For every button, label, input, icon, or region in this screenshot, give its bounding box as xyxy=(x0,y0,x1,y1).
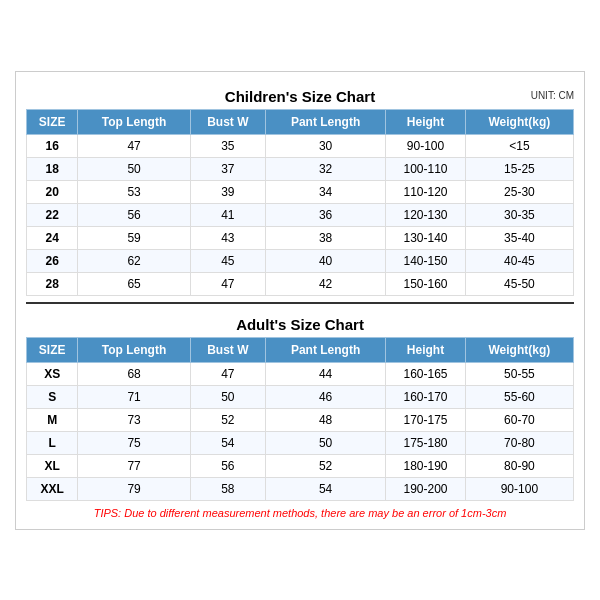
table-cell: 24 xyxy=(27,226,78,249)
table-cell: 170-175 xyxy=(386,408,465,431)
children-header-row: SIZE Top Length Bust W Pant Length Heigh… xyxy=(27,109,574,134)
table-cell: 30 xyxy=(265,134,385,157)
table-cell: 15-25 xyxy=(465,157,573,180)
col-pant-length-header: Pant Length xyxy=(265,109,385,134)
children-section-title: Children's Size Chart UNIT: CM xyxy=(26,82,574,109)
table-cell: 50 xyxy=(190,385,265,408)
table-row: XS684744160-16550-55 xyxy=(27,362,574,385)
col-height-header: Height xyxy=(386,109,465,134)
table-cell: 18 xyxy=(27,157,78,180)
table-cell: 44 xyxy=(265,362,385,385)
table-cell: 41 xyxy=(190,203,265,226)
table-cell: 16 xyxy=(27,134,78,157)
children-size-table: SIZE Top Length Bust W Pant Length Heigh… xyxy=(26,109,574,296)
table-cell: 35 xyxy=(190,134,265,157)
table-cell: 77 xyxy=(78,454,191,477)
table-cell: 47 xyxy=(78,134,191,157)
col-size-header: SIZE xyxy=(27,109,78,134)
table-cell: L xyxy=(27,431,78,454)
table-row: M735248170-17560-70 xyxy=(27,408,574,431)
table-cell: 60-70 xyxy=(465,408,573,431)
table-cell: 45 xyxy=(190,249,265,272)
table-cell: XXL xyxy=(27,477,78,500)
table-cell: 35-40 xyxy=(465,226,573,249)
table-cell: 36 xyxy=(265,203,385,226)
size-chart-container: Children's Size Chart UNIT: CM SIZE Top … xyxy=(15,71,585,530)
table-row: 28654742150-16045-50 xyxy=(27,272,574,295)
col-weight-header: Weight(kg) xyxy=(465,109,573,134)
table-cell: 56 xyxy=(78,203,191,226)
table-cell: XL xyxy=(27,454,78,477)
table-cell: 65 xyxy=(78,272,191,295)
table-cell: 54 xyxy=(265,477,385,500)
table-cell: 190-200 xyxy=(386,477,465,500)
table-cell: 39 xyxy=(190,180,265,203)
table-cell: 110-120 xyxy=(386,180,465,203)
adult-size-table: SIZE Top Length Bust W Pant Length Heigh… xyxy=(26,337,574,501)
table-cell: 62 xyxy=(78,249,191,272)
table-cell: <15 xyxy=(465,134,573,157)
table-row: 26624540140-15040-45 xyxy=(27,249,574,272)
table-cell: 90-100 xyxy=(386,134,465,157)
table-cell: M xyxy=(27,408,78,431)
table-cell: 73 xyxy=(78,408,191,431)
table-cell: 70-80 xyxy=(465,431,573,454)
table-cell: 40 xyxy=(265,249,385,272)
table-cell: 55-60 xyxy=(465,385,573,408)
table-cell: 47 xyxy=(190,362,265,385)
table-cell: 22 xyxy=(27,203,78,226)
table-cell: 42 xyxy=(265,272,385,295)
table-cell: 28 xyxy=(27,272,78,295)
table-row: XL775652180-19080-90 xyxy=(27,454,574,477)
adult-header-row: SIZE Top Length Bust W Pant Length Heigh… xyxy=(27,337,574,362)
table-cell: 75 xyxy=(78,431,191,454)
section-divider xyxy=(26,302,574,304)
adult-title-text: Adult's Size Chart xyxy=(236,316,364,333)
table-cell: 150-160 xyxy=(386,272,465,295)
table-cell: 50 xyxy=(78,157,191,180)
table-cell: 26 xyxy=(27,249,78,272)
table-cell: 54 xyxy=(190,431,265,454)
table-cell: 46 xyxy=(265,385,385,408)
table-cell: 175-180 xyxy=(386,431,465,454)
table-cell: 48 xyxy=(265,408,385,431)
table-cell: 140-150 xyxy=(386,249,465,272)
table-row: L755450175-18070-80 xyxy=(27,431,574,454)
table-cell: 90-100 xyxy=(465,477,573,500)
col-top-length-header: Top Length xyxy=(78,109,191,134)
table-cell: 20 xyxy=(27,180,78,203)
table-cell: 53 xyxy=(78,180,191,203)
adult-col-top-length-header: Top Length xyxy=(78,337,191,362)
table-cell: 59 xyxy=(78,226,191,249)
tips-text: TIPS: Due to different measurement metho… xyxy=(26,507,574,519)
table-cell: 45-50 xyxy=(465,272,573,295)
table-cell: 32 xyxy=(265,157,385,180)
table-cell: 40-45 xyxy=(465,249,573,272)
table-row: 1647353090-100<15 xyxy=(27,134,574,157)
table-cell: 52 xyxy=(190,408,265,431)
table-cell: XS xyxy=(27,362,78,385)
table-cell: 180-190 xyxy=(386,454,465,477)
table-cell: 120-130 xyxy=(386,203,465,226)
table-cell: S xyxy=(27,385,78,408)
table-row: S715046160-17055-60 xyxy=(27,385,574,408)
table-cell: 68 xyxy=(78,362,191,385)
table-cell: 80-90 xyxy=(465,454,573,477)
adult-section-title: Adult's Size Chart xyxy=(26,310,574,337)
table-cell: 50-55 xyxy=(465,362,573,385)
table-row: 24594338130-14035-40 xyxy=(27,226,574,249)
table-cell: 71 xyxy=(78,385,191,408)
table-cell: 50 xyxy=(265,431,385,454)
table-row: 22564136120-13030-35 xyxy=(27,203,574,226)
table-cell: 43 xyxy=(190,226,265,249)
table-row: XXL795854190-20090-100 xyxy=(27,477,574,500)
adult-col-pant-length-header: Pant Length xyxy=(265,337,385,362)
table-cell: 58 xyxy=(190,477,265,500)
table-cell: 38 xyxy=(265,226,385,249)
table-cell: 30-35 xyxy=(465,203,573,226)
table-row: 18503732100-11015-25 xyxy=(27,157,574,180)
unit-label: UNIT: CM xyxy=(531,90,574,101)
table-cell: 47 xyxy=(190,272,265,295)
table-cell: 37 xyxy=(190,157,265,180)
table-cell: 160-165 xyxy=(386,362,465,385)
